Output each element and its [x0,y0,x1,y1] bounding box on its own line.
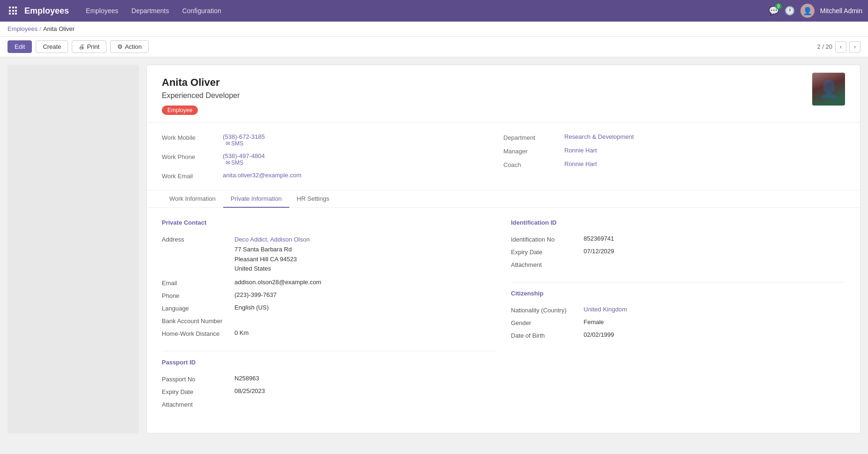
private-contact-section: Private Contact Address Deco Addict, Add… [162,219,496,340]
language-label: Language [162,304,234,312]
tab-content-private-info: Private Contact Address Deco Addict, Add… [147,208,860,433]
print-button[interactable]: 🖨 Print [72,40,106,53]
main-content: 👤 Anita Oliver Experienced Developer Emp… [0,57,868,441]
edit-button[interactable]: Edit [8,40,32,53]
private-info-left: Private Contact Address Deco Addict, Add… [162,219,496,422]
id-expiry-value: 07/12/2029 [584,248,845,255]
address-line3: Pleasant Hill CA 94523 [234,255,496,265]
manager-link[interactable]: Ronnie Hart [565,147,597,154]
address-value: Deco Addict, Addison Olson 77 Santa Barb… [234,235,496,274]
passport-no-field: Passport No N258963 [162,372,496,385]
work-mobile-value: (538)-672-3185 ✉ SMS [223,133,504,147]
employee-job-title: Experienced Developer [162,91,845,100]
chat-icon[interactable]: 💬 9 [769,6,779,16]
department-link[interactable]: Research & Development [565,133,634,140]
action-button[interactable]: ⚙ Action [110,40,149,53]
employee-name: Anita Oliver [162,76,845,89]
print-icon: 🖨 [79,43,85,50]
id-no-label: Identification No [511,235,584,243]
page-info: 2 / 20 [817,43,832,50]
next-page-button[interactable]: › [849,41,860,53]
passport-no-value: N258963 [234,375,496,382]
work-mobile-label: Work Mobile [162,133,223,141]
breadcrumb: Employees / Anita Oliver [0,22,868,37]
top-navigation: Employees Employees Departments Configur… [0,0,868,22]
coach-value: Ronnie Hart [565,160,845,167]
manager-label: Manager [504,147,565,155]
coach-label: Coach [504,160,565,168]
clock-icon[interactable]: 🕐 [785,6,795,16]
chat-badge: 9 [775,3,782,9]
id-expiry-label: Expiry Date [511,248,584,256]
work-email-row: Work Email anita.oliver32@example.com [162,169,504,182]
department-label: Department [504,133,565,141]
left-sidebar [8,65,139,433]
address-line2: 77 Santa Barbara Rd [234,245,496,255]
private-email-field: Email addison.olson28@example.com [162,276,496,289]
citizenship-title: Citizenship [511,290,845,297]
nav-employees[interactable]: Employees [80,4,124,17]
work-phone-label: Work Phone [162,152,223,160]
work-mobile-phone-link[interactable]: (538)-672-3185 [223,133,265,140]
language-value: English (US) [234,304,496,311]
sms-icon: ✉ [226,140,230,147]
private-info-right: Identification ID Identification No 8523… [511,219,845,422]
coach-row: Coach Ronnie Hart [504,158,845,171]
passport-no-label: Passport No [162,375,234,383]
employee-badge: Employee [162,106,198,115]
user-avatar[interactable]: 👤 [800,4,815,18]
private-info-grid: Private Contact Address Deco Addict, Add… [162,219,845,422]
nationality-link[interactable]: United Kingdom [584,306,627,313]
date-of-birth-value: 02/02/1999 [584,331,845,338]
private-phone-value: (223)-399-7637 [234,291,496,298]
sms-phone-icon: ✉ [226,159,230,166]
work-phone-link[interactable]: (538)-497-4804 [223,152,265,159]
toolbar: Edit Create 🖨 Print ⚙ Action 2 / 20 ‹ › [0,37,868,57]
private-email-value: addison.olson28@example.com [234,279,496,286]
address-line1: Deco Addict, Addison Olson [234,235,496,245]
apps-menu-button[interactable] [6,3,21,18]
id-no-field: Identification No 852369741 [511,233,845,245]
employee-photo: 👤 [812,73,845,106]
nav-configuration[interactable]: Configuration [176,4,226,17]
tab-private-information[interactable]: Private Information [223,190,289,208]
identification-id-section: Identification ID Identification No 8523… [511,219,845,271]
home-work-distance-label: Home-Work Distance [162,329,234,337]
manager-value: Ronnie Hart [565,147,845,154]
tabs-bar: Work Information Private Information HR … [147,190,860,208]
create-button[interactable]: Create [36,40,68,53]
prev-page-button[interactable]: ‹ [835,41,846,53]
address-company-link[interactable]: Deco Addict, Addison Olson [234,236,309,243]
tab-work-information[interactable]: Work Information [162,190,223,208]
nav-departments[interactable]: Departments [126,4,174,17]
coach-link[interactable]: Ronnie Hart [565,160,597,167]
action-icon: ⚙ [117,43,123,50]
work-mobile-sms-link[interactable]: ✉ SMS [226,140,504,147]
work-mobile-row: Work Mobile (538)-672-3185 ✉ SMS [162,130,504,150]
identification-id-title: Identification ID [511,219,845,226]
manager-row: Manager Ronnie Hart [504,144,845,158]
topbar-right: 💬 9 🕐 👤 Mitchell Admin [769,4,862,18]
work-email-value: anita.oliver32@example.com [223,172,504,179]
private-contact-title: Private Contact [162,219,496,226]
nationality-field: Nationality (Country) United Kingdom [511,303,845,316]
passport-attachment-field: Attachment [162,398,496,410]
app-brand: Employees [24,6,69,16]
id-no-value: 852369741 [584,235,845,242]
gender-field: Gender Female [511,316,845,329]
employee-header: 👤 Anita Oliver Experienced Developer Emp… [147,65,860,123]
id-expiry-field: Expiry Date 07/12/2029 [511,245,845,258]
tab-hr-settings[interactable]: HR Settings [289,190,337,208]
user-name[interactable]: Mitchell Admin [820,7,862,15]
contact-fields: Work Mobile (538)-672-3185 ✉ SMS Work Ph… [147,123,860,190]
date-of-birth-field: Date of Birth 02/02/1999 [511,329,845,341]
address-field: Address Deco Addict, Addison Olson 77 Sa… [162,233,496,276]
work-email-link[interactable]: anita.oliver32@example.com [223,172,302,179]
breadcrumb-current: Anita Oliver [43,25,75,32]
pagination: 2 / 20 ‹ › [817,41,860,53]
breadcrumb-parent[interactable]: Employees [8,25,38,32]
private-phone-label: Phone [162,291,234,299]
work-phone-sms-link[interactable]: ✉ SMS [226,159,504,166]
department-row: Department Research & Development [504,130,845,144]
citizenship-section: Citizenship Nationality (Country) United… [511,290,845,341]
